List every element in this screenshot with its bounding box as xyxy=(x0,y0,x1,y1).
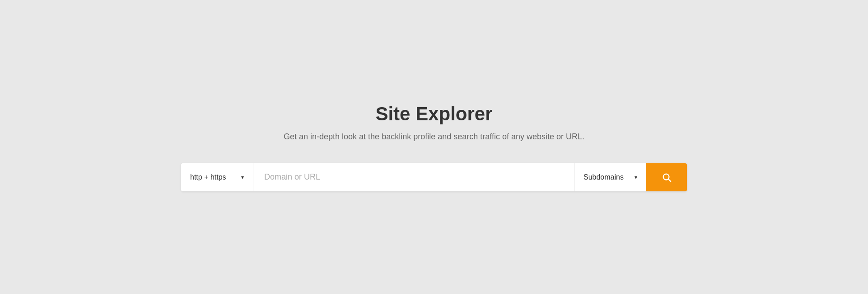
subdomains-dropdown-arrow: ▾ xyxy=(635,174,637,180)
svg-line-1 xyxy=(668,179,671,181)
page-title: Site Explorer xyxy=(375,103,492,125)
protocol-dropdown[interactable]: http + https ▾ xyxy=(181,163,253,191)
protocol-dropdown-arrow: ▾ xyxy=(241,174,244,180)
search-bar: http + https ▾ Subdomains ▾ xyxy=(181,163,687,191)
page-subtitle: Get an in-depth look at the backlink pro… xyxy=(284,132,584,142)
subdomains-label: Subdomains xyxy=(583,173,624,181)
protocol-label: http + https xyxy=(190,173,226,181)
search-button[interactable] xyxy=(646,163,687,191)
url-input[interactable] xyxy=(253,163,574,191)
search-icon xyxy=(662,172,672,182)
subdomains-dropdown[interactable]: Subdomains ▾ xyxy=(574,163,646,191)
main-content: Site Explorer Get an in-depth look at th… xyxy=(163,103,705,191)
